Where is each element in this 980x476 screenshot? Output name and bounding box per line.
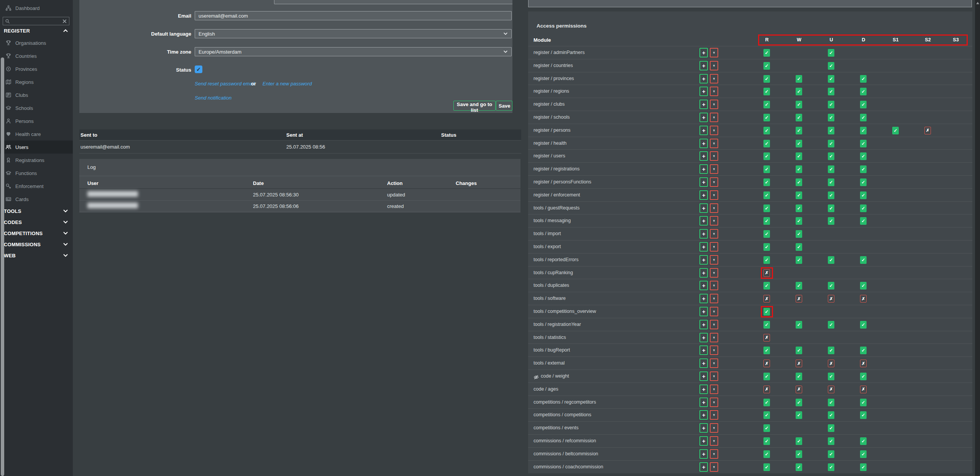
perm-check-w[interactable]: ✓ bbox=[796, 230, 802, 238]
perm-check-r[interactable]: ✓ bbox=[763, 321, 770, 329]
perm-check-r[interactable]: ✓ bbox=[763, 256, 770, 264]
perm-check-w[interactable]: ✓ bbox=[796, 152, 802, 160]
sidebar-section-commissions[interactable]: COMMISSIONS bbox=[0, 239, 73, 250]
perm-check-w[interactable]: ✓ bbox=[796, 127, 802, 134]
perm-check-u[interactable]: ✓ bbox=[828, 437, 834, 445]
perm-check-r[interactable]: ✓ bbox=[763, 191, 770, 199]
clear-search-icon[interactable] bbox=[62, 19, 67, 24]
perm-check-r[interactable]: ✓ bbox=[763, 437, 770, 445]
delete-permission-button[interactable] bbox=[710, 61, 718, 70]
perm-check-w[interactable]: ✓ bbox=[796, 140, 802, 147]
perm-check-u[interactable]: ✓ bbox=[828, 49, 834, 57]
perm-check-r[interactable]: ✓ bbox=[763, 347, 770, 354]
sidebar-section-web[interactable]: WEB bbox=[0, 250, 73, 261]
add-permission-button[interactable]: + bbox=[699, 345, 708, 355]
delete-permission-button[interactable] bbox=[710, 164, 718, 174]
perm-check-d[interactable]: ✓ bbox=[860, 399, 867, 406]
save-button[interactable]: Save bbox=[496, 101, 512, 111]
perm-check-u[interactable]: ✓ bbox=[828, 62, 834, 70]
add-permission-button[interactable]: + bbox=[699, 436, 708, 446]
perm-check-d[interactable]: ✓ bbox=[860, 463, 867, 471]
delete-permission-button[interactable] bbox=[710, 113, 718, 122]
delete-permission-button[interactable] bbox=[710, 294, 718, 303]
perm-check-d[interactable]: ✓ bbox=[860, 204, 867, 212]
delete-permission-button[interactable] bbox=[710, 268, 718, 278]
perm-check-u[interactable]: ✓ bbox=[828, 114, 834, 121]
delete-permission-button[interactable] bbox=[710, 100, 718, 109]
perm-check-r[interactable]: ✓ bbox=[763, 373, 770, 380]
perm-check-r[interactable]: ✓ bbox=[763, 450, 770, 458]
delete-permission-button[interactable] bbox=[710, 151, 718, 161]
add-permission-button[interactable]: + bbox=[699, 74, 708, 83]
add-permission-button[interactable]: + bbox=[699, 126, 708, 135]
add-permission-button[interactable]: + bbox=[699, 462, 708, 472]
perm-check-u[interactable]: ✓ bbox=[828, 463, 834, 471]
perm-check-r[interactable]: ✓ bbox=[763, 127, 770, 134]
perm-cross-u[interactable]: ✗ bbox=[828, 295, 834, 303]
timezone-select[interactable]: Europe/Amsterdam bbox=[195, 47, 512, 56]
perm-check-r[interactable]: ✓ bbox=[763, 424, 770, 432]
perm-check-u[interactable]: ✓ bbox=[828, 424, 834, 432]
perm-check-w[interactable]: ✓ bbox=[796, 243, 802, 251]
sidebar-item-persons[interactable]: Persons bbox=[0, 115, 73, 128]
scroll-up-arrow-icon[interactable] bbox=[976, 2, 979, 4]
add-permission-button[interactable]: + bbox=[699, 307, 708, 316]
perm-check-d[interactable]: ✓ bbox=[860, 437, 867, 445]
perm-check-u[interactable]: ✓ bbox=[828, 411, 834, 419]
perm-check-r[interactable]: ✓ bbox=[763, 152, 770, 160]
perm-cross-s2[interactable]: ✗ bbox=[924, 127, 931, 134]
delete-permission-button[interactable] bbox=[710, 229, 718, 239]
page-scrollbar[interactable] bbox=[975, 0, 980, 476]
perm-check-r[interactable]: ✓ bbox=[763, 165, 770, 173]
sidebar-item-clubs[interactable]: Clubs bbox=[0, 88, 73, 101]
perm-check-d[interactable]: ✓ bbox=[860, 411, 867, 419]
perm-cross-d[interactable]: ✗ bbox=[860, 386, 867, 393]
perm-check-w[interactable]: ✓ bbox=[796, 321, 802, 329]
delete-permission-button[interactable] bbox=[710, 397, 718, 407]
perm-check-w[interactable]: ✓ bbox=[796, 114, 802, 121]
perm-check-w[interactable]: ✓ bbox=[796, 165, 802, 173]
perm-cross-u[interactable]: ✗ bbox=[828, 360, 834, 367]
perm-cross-w[interactable]: ✗ bbox=[796, 360, 802, 367]
perm-cross-d[interactable]: ✗ bbox=[860, 360, 867, 367]
perm-check-d[interactable]: ✓ bbox=[860, 152, 867, 160]
perm-check-u[interactable]: ✓ bbox=[828, 347, 834, 354]
sidebar-section-register[interactable]: REGISTER bbox=[0, 25, 73, 36]
scrollbar-thumb[interactable] bbox=[1, 57, 4, 476]
perm-check-d[interactable]: ✓ bbox=[860, 114, 867, 121]
perm-check-d[interactable]: ✓ bbox=[860, 88, 867, 95]
sidebar-item-functions[interactable]: Functions bbox=[0, 167, 73, 180]
sidebar-item-enforcement[interactable]: Enforcement bbox=[0, 180, 73, 193]
sidebar-item-organisations[interactable]: Organisations bbox=[0, 36, 73, 49]
perm-cross-u[interactable]: ✗ bbox=[828, 386, 834, 393]
perm-check-d[interactable]: ✓ bbox=[860, 191, 867, 199]
delete-permission-button[interactable] bbox=[710, 320, 718, 329]
add-permission-button[interactable]: + bbox=[699, 48, 708, 57]
perm-check-r[interactable]: ✓ bbox=[763, 178, 770, 186]
add-permission-button[interactable]: + bbox=[699, 177, 708, 187]
perm-check-d[interactable]: ✓ bbox=[860, 282, 867, 290]
delete-permission-button[interactable] bbox=[710, 139, 718, 148]
perm-cross-r[interactable]: ✗ bbox=[763, 269, 770, 277]
delete-permission-button[interactable] bbox=[710, 333, 718, 342]
delete-permission-button[interactable] bbox=[710, 177, 718, 187]
perm-check-d[interactable]: ✓ bbox=[860, 373, 867, 380]
perm-check-r[interactable]: ✓ bbox=[763, 140, 770, 147]
add-permission-button[interactable]: + bbox=[699, 371, 708, 381]
perm-check-d[interactable]: ✓ bbox=[860, 127, 867, 134]
perm-check-r[interactable]: ✓ bbox=[763, 411, 770, 419]
language-select[interactable]: English bbox=[195, 29, 512, 38]
sidebar-item-health-care[interactable]: Health care bbox=[0, 128, 73, 141]
add-permission-button[interactable]: + bbox=[699, 139, 708, 148]
perm-cross-w[interactable]: ✗ bbox=[796, 386, 802, 393]
perm-check-d[interactable]: ✓ bbox=[860, 217, 867, 225]
add-permission-button[interactable]: + bbox=[699, 242, 708, 252]
perm-check-u[interactable]: ✓ bbox=[828, 165, 834, 173]
add-permission-button[interactable]: + bbox=[699, 268, 708, 278]
delete-permission-button[interactable] bbox=[710, 410, 718, 420]
perm-check-d[interactable]: ✓ bbox=[860, 140, 867, 147]
perm-check-d[interactable]: ✓ bbox=[860, 165, 867, 173]
delete-permission-button[interactable] bbox=[710, 74, 718, 83]
search-input[interactable] bbox=[12, 18, 60, 24]
add-permission-button[interactable]: + bbox=[699, 229, 708, 239]
